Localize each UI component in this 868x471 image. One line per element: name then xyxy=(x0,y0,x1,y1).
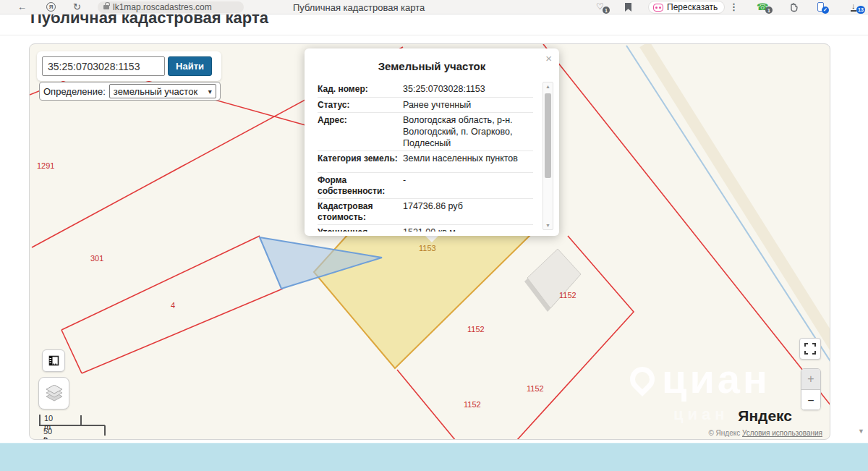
address-bar[interactable]: lk1map.roscadastres.com xyxy=(98,1,244,13)
kebab-menu-icon[interactable]: ⋮ xyxy=(729,2,739,12)
definition-value: земельный участок xyxy=(114,86,197,97)
parcel-label-selected: 1153 xyxy=(419,244,436,253)
table-row: Статус:Ранее учтенный xyxy=(318,98,533,114)
fullscreen-button[interactable] xyxy=(799,338,821,360)
definition-select[interactable]: земельный участок ▾ xyxy=(109,84,216,98)
popup-scrollbar[interactable]: ▲ ▼ xyxy=(542,82,553,230)
back-icon[interactable]: ← xyxy=(17,2,27,12)
definition-panel: Определение: земельный участок ▾ xyxy=(39,82,221,101)
parcel-label: 1152 xyxy=(559,291,576,300)
downloads-badge: 13 xyxy=(856,6,865,14)
parcel-label: 301 xyxy=(90,254,103,263)
scroll-down-icon[interactable]: ▼ xyxy=(543,223,553,228)
definition-label: Определение: xyxy=(43,86,106,97)
favorites-badge: 1 xyxy=(603,7,610,14)
table-row: Уточненная площадь:1521.00 кв.м xyxy=(318,225,533,232)
yandex-logo[interactable]: Яндекс xyxy=(738,407,792,425)
layers-icon xyxy=(45,385,64,402)
find-button[interactable]: Найти xyxy=(168,56,212,76)
parcel-info-popup: Земельный участок × Кад. номер:35:25:070… xyxy=(305,48,559,236)
ruler-icon xyxy=(48,355,60,367)
measure-button[interactable] xyxy=(42,349,65,372)
quote-icon xyxy=(653,4,663,12)
scrollbar-thumb[interactable] xyxy=(545,93,551,178)
windows-taskbar: Я µ 64 Y W РУС xyxy=(0,443,868,471)
browser-toolbar: ← Я ↻ lk1map.roscadastres.com Публичная … xyxy=(0,0,868,14)
road-band xyxy=(644,44,830,355)
parcel-label: 1152 xyxy=(527,384,544,393)
scale-feet: 50 ft xyxy=(43,427,52,440)
blue-boundary-line xyxy=(626,46,830,362)
map-attribution: © Яндекс Условия использования xyxy=(708,429,822,437)
scroll-up-icon[interactable]: ▲ xyxy=(543,84,553,89)
page-divider xyxy=(0,35,868,35)
search-input[interactable] xyxy=(42,56,165,76)
table-row: Кад. номер:35:25:0703028:1153 xyxy=(318,82,533,98)
page-scrollbar-down-arrow[interactable]: ▼ xyxy=(858,428,864,435)
zoom-out-button[interactable]: − xyxy=(801,390,820,410)
summarize-button[interactable]: Пересказать xyxy=(648,1,725,14)
parcel-label: 1152 xyxy=(467,325,485,334)
download-icon[interactable]: ↓ xyxy=(851,1,856,12)
cian-pin-icon xyxy=(625,361,660,396)
refresh-icon[interactable]: ↻ xyxy=(73,2,81,12)
popup-attribute-table: Кад. номер:35:25:0703028:1153 Статус:Ран… xyxy=(318,82,533,232)
parcel-label: 1291 xyxy=(37,161,54,170)
close-icon[interactable]: × xyxy=(545,52,552,64)
table-row: Кадастровая стоимость:174736.86 руб xyxy=(318,199,533,225)
table-row: Форма собственности:- xyxy=(318,173,533,199)
zoom-in-button[interactable]: + xyxy=(801,369,820,390)
chevron-down-icon: ▾ xyxy=(208,88,212,96)
tab-title: Публичная кадастровая карта xyxy=(293,2,425,13)
lock-icon xyxy=(103,5,109,9)
search-panel: Найти xyxy=(37,51,221,81)
bookmark-icon[interactable] xyxy=(625,3,631,12)
zoom-controls: + − xyxy=(801,368,821,410)
parcel-label: 1152 xyxy=(464,400,481,409)
popup-title: Земельный участок xyxy=(305,60,559,72)
device-check-badge: ✓ xyxy=(822,7,829,14)
fullscreen-icon xyxy=(804,343,816,355)
table-row: Категория земель:Земли населенных пункто… xyxy=(318,151,533,173)
summarize-label: Пересказать xyxy=(667,2,718,12)
table-row: Адрес:Вологодская область, р-н. Вологодс… xyxy=(318,113,533,151)
phone-badge: 1 xyxy=(765,7,773,14)
copyright-text: © Яндекс xyxy=(708,429,740,437)
building-footprint xyxy=(524,249,581,312)
layers-button[interactable] xyxy=(38,377,69,410)
cadastral-map[interactable]: 1291 301 4 1153 1152 1152 1152 1152 циан… xyxy=(29,43,830,440)
hand-gesture-icon[interactable] xyxy=(788,2,799,12)
url-text: lk1map.roscadastres.com xyxy=(113,2,212,12)
terms-link[interactable]: Условия использования xyxy=(742,429,822,437)
parcel-label: 4 xyxy=(171,301,175,310)
yandex-home-icon[interactable]: Я xyxy=(46,2,56,12)
